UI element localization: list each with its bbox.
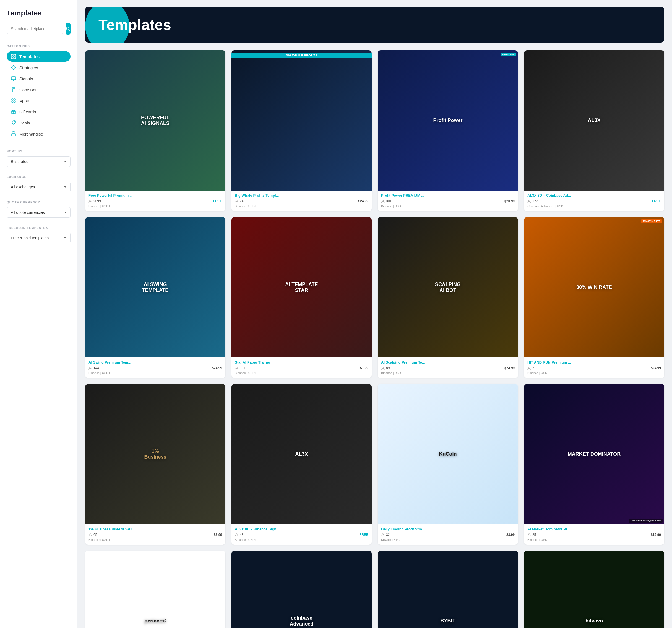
product-card[interactable]: BIG WHALE PROFITS Big Whale Profits Temp…: [232, 50, 372, 211]
sidebar-item-templates[interactable]: Templates: [7, 51, 71, 62]
product-name[interactable]: AL3X 8D – Coinbase Ad...: [527, 193, 661, 197]
product-card[interactable]: POWERFUL AI SIGNALS Free Powerful Premiu…: [85, 50, 225, 211]
nav-label-signals: Signals: [19, 76, 33, 81]
product-card[interactable]: perinco® [perinco] -Adventurer- 19 FREE …: [85, 551, 225, 628]
sidebar-item-deals[interactable]: Deals: [7, 118, 71, 128]
nav-label-giftcards: Giftcards: [19, 110, 36, 114]
product-card[interactable]: BYBIT KIROV | USDT 10 FREE Bybit | USDT: [378, 551, 518, 628]
svg-point-12: [14, 99, 16, 100]
product-card[interactable]: Exclusively on CryptoHopper MARKET DOMIN…: [524, 384, 664, 545]
product-thumbnail: BIG WHALE PROFITS: [232, 50, 372, 191]
product-card[interactable]: bitvavo KIROV | EUR or USDT 5 FREE Bitva…: [524, 551, 664, 628]
product-card[interactable]: SCALPING AI BOT AI Scalping Premium Te..…: [378, 217, 518, 378]
product-exchange: Binance | USDT: [235, 371, 368, 375]
product-thumbnail: BYBIT: [378, 551, 518, 628]
sort-label: SORT BY: [7, 150, 71, 153]
thumb-text: AI SWING TEMPLATE: [142, 282, 169, 293]
product-price: FREE: [360, 533, 368, 537]
product-card[interactable]: PREMIUM Profit Power Profit Power PREMIU…: [378, 50, 518, 211]
hero-banner: Templates: [85, 7, 664, 43]
sort-select[interactable]: Best rated Newest Most popular: [7, 156, 71, 167]
grid-icon: [11, 54, 16, 59]
product-card[interactable]: AI TEMPLATE STAR Star AI Paper Trainer 1…: [232, 217, 372, 378]
user-icon: [89, 533, 92, 537]
product-name[interactable]: Daily Trading Profit Stra...: [381, 527, 514, 531]
exchange-select[interactable]: All exchanges Binance Coinbase Advanced …: [7, 182, 71, 192]
product-price: $24.99: [212, 366, 222, 370]
search-button[interactable]: [66, 23, 71, 34]
thumb-text: SCALPING AI BOT: [435, 282, 461, 293]
user-icon: [527, 533, 531, 537]
product-info: Big Whale Profits Templ... 746 $24.99 Bi…: [232, 191, 372, 211]
svg-point-31: [528, 534, 530, 535]
quote-currency-section: QUOTE CURRENCY All quote currencies USDT…: [7, 199, 71, 218]
product-card[interactable]: AI SWING TEMPLATE AI Swing Premium Tem..…: [85, 217, 225, 378]
user-icon: [381, 533, 385, 537]
sort-section: SORT BY Best rated Newest Most popular: [7, 147, 71, 167]
sidebar-item-strategies[interactable]: Strategies: [7, 62, 71, 73]
nav-label-templates: Templates: [19, 54, 40, 59]
product-thumbnail: coinbase Advanced: [232, 551, 372, 628]
product-meta: 71 $24.99: [527, 366, 661, 370]
svg-rect-7: [11, 77, 16, 80]
badge-90win: 90% WIN RATE: [641, 219, 662, 223]
product-card[interactable]: KuCoin Daily Trading Profit Stra... 32 $…: [378, 384, 518, 545]
diamond-icon: [11, 65, 16, 70]
product-name[interactable]: Big Whale Profits Templ...: [235, 193, 368, 197]
product-thumbnail: AL3X: [524, 50, 664, 191]
product-price: $24.99: [358, 199, 368, 203]
svg-marker-6: [11, 65, 16, 70]
sidebar-item-copy-bots[interactable]: Copy Bots: [7, 85, 71, 95]
product-name[interactable]: Star AI Paper Trainer: [235, 360, 368, 364]
product-card[interactable]: 1% Business 1% Business BINANCE/U... 65 …: [85, 384, 225, 545]
product-card[interactable]: AL3X AL3X 8D – Coinbase Ad... 177 FREE C…: [524, 50, 664, 211]
product-name[interactable]: 1% Business BINANCE/U...: [89, 527, 222, 531]
product-users: 144: [89, 366, 99, 370]
product-card[interactable]: 90% WIN RATE 90% WIN RATE HIT AND RUN Pr…: [524, 217, 664, 378]
tag-icon: [11, 120, 16, 125]
thumb-text: AL3X: [587, 118, 600, 123]
product-exchange: Coinbase Advanced | USD: [527, 205, 661, 208]
sidebar-item-merchandise[interactable]: Merchandise: [7, 129, 71, 139]
store-icon: [11, 132, 16, 136]
product-name[interactable]: AI Swing Premium Tem...: [89, 360, 222, 364]
svg-point-18: [15, 121, 15, 122]
product-name[interactable]: HIT AND RUN Premium ...: [527, 360, 661, 364]
product-grid: POWERFUL AI SIGNALS Free Powerful Premiu…: [85, 50, 664, 628]
sidebar-item-apps[interactable]: Apps: [7, 95, 71, 106]
product-info: Profit Power PREMIUM ... 301 $20.99 Bina…: [378, 191, 518, 211]
free-paid-select[interactable]: Free & paid templates Free only Paid onl…: [7, 233, 71, 243]
apps-icon: [11, 98, 16, 103]
product-card[interactable]: coinbase Advanced KIROV | USDT 18 FREE C…: [232, 551, 372, 628]
product-users: 131: [235, 366, 245, 370]
sidebar-item-giftcards[interactable]: Giftcards: [7, 107, 71, 117]
product-card[interactable]: AL3X AL3X 8D – Binance Sign... 48 FREE B…: [232, 384, 372, 545]
product-price: FREE: [652, 199, 661, 203]
product-name[interactable]: AI Scalping Premium Te...: [381, 360, 514, 364]
svg-rect-10: [13, 89, 15, 92]
product-name[interactable]: AL3X 8D – Binance Sign...: [235, 527, 368, 531]
product-thumbnail: 90% WIN RATE 90% WIN RATE: [524, 217, 664, 357]
user-icon: [381, 366, 385, 370]
product-price: $24.99: [651, 366, 661, 370]
product-name[interactable]: AI Market Dominator Pr...: [527, 527, 661, 531]
sidebar: Templates CATEGORIES Templates Strategi: [0, 0, 77, 628]
badge-premium: PREMIUM: [501, 52, 516, 56]
product-info: 1% Business BINANCE/U... 65 $3.99 Binanc…: [85, 524, 225, 545]
nav-label-strategies: Strategies: [19, 65, 38, 70]
user-icon: [89, 200, 92, 203]
product-info: AI Swing Premium Tem... 144 $24.99 Binan…: [85, 357, 225, 378]
search-input[interactable]: [7, 24, 63, 34]
quote-select[interactable]: All quote currencies USDT USD BTC: [7, 207, 71, 218]
product-meta: 301 $20.99: [381, 199, 514, 203]
sidebar-item-signals[interactable]: Signals: [7, 73, 71, 84]
copy-icon: [11, 87, 16, 92]
product-price: $1.99: [360, 366, 368, 370]
svg-point-14: [14, 101, 16, 103]
product-name[interactable]: Profit Power PREMIUM ...: [381, 193, 514, 197]
thumb-text: AI TEMPLATE STAR: [285, 282, 318, 293]
product-name[interactable]: Free Powerful Premium ...: [89, 193, 222, 197]
product-meta: 25 $19.99: [527, 533, 661, 537]
gift-icon: [11, 109, 16, 114]
user-icon: [235, 533, 238, 537]
